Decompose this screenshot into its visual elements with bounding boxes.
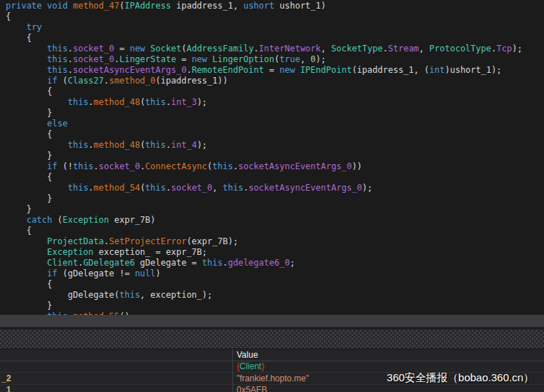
code-line: { xyxy=(6,11,544,22)
code-line: { xyxy=(6,172,544,183)
variable-value: {Client} xyxy=(237,361,264,372)
editor-horizontal-scrollbar[interactable] xyxy=(0,315,544,327)
code-line: if (Class27.smethod_0(ipaddress_1)) xyxy=(6,76,544,86)
code-line: { xyxy=(6,226,544,236)
variable-name: _2 xyxy=(1,373,11,384)
watch-row[interactable]: _10x5AFB xyxy=(0,385,544,392)
watch-rows: {Client}_2"frankief.hopto.me"_10x5AFB xyxy=(0,361,544,392)
watch-row[interactable]: {Client} xyxy=(0,361,544,373)
code-line: { xyxy=(6,129,544,140)
code-line: { xyxy=(6,33,544,44)
watch-row[interactable]: _2"frankief.hopto.me" xyxy=(0,373,544,385)
variable-value: "frankief.hopto.me" xyxy=(237,373,309,384)
code-line: this.method_54(this.socket_0, this.socke… xyxy=(6,183,544,194)
code-line: Client.GDelegate6 gDelegate = this.gdele… xyxy=(6,258,544,268)
code-line: } xyxy=(6,301,544,311)
code-line: Exception exception_ = expr_7B; xyxy=(6,247,544,258)
code-line: this.socketAsyncEventArgs_0.RemoteEndPoi… xyxy=(6,65,544,76)
code-line: if (!this.socket_0.ConnectAsync(this.soc… xyxy=(6,161,544,172)
variable-value: 0x5AFB xyxy=(237,385,267,392)
code-line: { xyxy=(6,279,544,290)
code-line: ProjectData.SetProjectError(expr_7B); xyxy=(6,236,544,247)
code-line: { xyxy=(6,86,544,97)
code-area[interactable]: private void method_47(IPAddress ipaddre… xyxy=(0,0,544,315)
code-line: this.socket_0.LingerState = new LingerOp… xyxy=(6,54,544,65)
code-line: this.method_48(this.int_4); xyxy=(6,140,544,151)
variable-name: _1 xyxy=(1,385,11,392)
column-divider[interactable] xyxy=(232,349,233,392)
code-line: else xyxy=(6,119,544,129)
code-line: catch (Exception expr_7B) xyxy=(6,215,544,226)
watch-header-row: Value xyxy=(0,349,544,361)
panel-splitter-grip[interactable] xyxy=(0,329,544,348)
code-line: this.method_48(this.int_3); xyxy=(6,97,544,108)
code-line: } xyxy=(6,151,544,161)
code-line: private void method_47(IPAddress ipaddre… xyxy=(6,1,544,11)
code-line: try xyxy=(6,22,544,33)
code-line: } xyxy=(6,108,544,119)
value-column-header[interactable]: Value xyxy=(237,349,258,361)
code-line: if (gDelegate != null) xyxy=(6,268,544,279)
code-line: } xyxy=(6,194,544,204)
code-line: gDelegate(this, exception_); xyxy=(6,290,544,301)
watch-panel[interactable]: Value {Client}_2"frankief.hopto.me"_10x5… xyxy=(0,348,544,392)
code-line: this.socket_0 = new Socket(AddressFamily… xyxy=(6,44,544,54)
code-line: } xyxy=(6,204,544,215)
decompiler-window: private void method_47(IPAddress ipaddre… xyxy=(0,0,544,392)
